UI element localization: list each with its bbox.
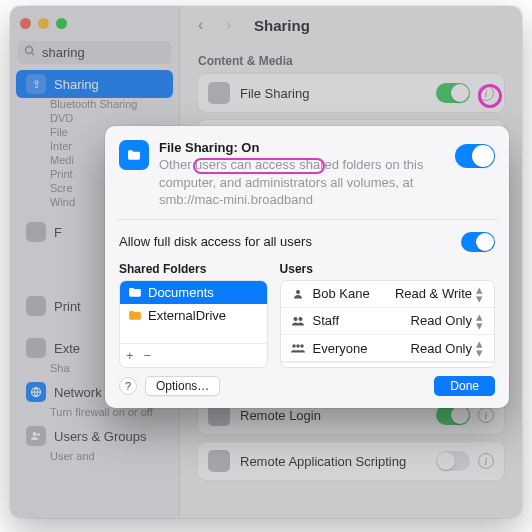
folder-icon (128, 286, 142, 298)
sidebar-sub[interactable]: DVD (20, 112, 169, 124)
user-name: Bob Kane (313, 286, 389, 301)
folders-header: Shared Folders (119, 262, 268, 276)
file-sharing-sheet: File Sharing: On Other users can access … (105, 126, 509, 408)
square-icon (26, 222, 46, 242)
svg-point-6 (293, 317, 297, 321)
sidebar-sub[interactable]: Bluetooth Sharing (20, 98, 169, 110)
person-icon (289, 288, 307, 300)
row-file-sharing[interactable]: File Sharing i (198, 74, 504, 112)
info-icon[interactable]: i (478, 407, 494, 423)
row-remote-scripting[interactable]: Remote Application Scripting i (198, 442, 504, 480)
toggle[interactable] (436, 451, 470, 471)
chevron-updown-icon[interactable]: ▴▾ (476, 312, 486, 330)
info-icon[interactable]: i (478, 85, 494, 101)
sheet-title: File Sharing: On (159, 140, 445, 155)
row-label: File Sharing (240, 86, 436, 101)
svg-point-3 (33, 432, 37, 436)
user-row[interactable]: Everyone Read Only▴▾ (281, 335, 494, 362)
toggle[interactable] (436, 405, 470, 425)
folder-name: ExternalDrive (148, 308, 226, 323)
svg-point-10 (300, 344, 304, 348)
add-folder-button[interactable]: + (126, 348, 134, 363)
svg-point-5 (296, 290, 300, 294)
users-panel: Users Bob Kane Read & Write▴▾ Staff Read… (280, 262, 495, 368)
user-name: Staff (313, 313, 405, 328)
folder-row-documents[interactable]: Documents (120, 281, 267, 304)
header: ‹ › Sharing (198, 16, 504, 48)
user-perm[interactable]: Read & Write▴▾ (395, 285, 486, 303)
folder-name: Documents (148, 285, 214, 300)
minimize-icon[interactable] (38, 18, 49, 29)
close-icon[interactable] (20, 18, 31, 29)
user-name: Everyone (313, 341, 405, 356)
users-pm: + − (281, 362, 494, 368)
sheet-title-block: File Sharing: On Other users can access … (159, 140, 445, 209)
file-sharing-icon (119, 140, 149, 170)
users-header: Users (280, 262, 495, 276)
square-icon (208, 450, 230, 472)
sheet-header: File Sharing: On Other users can access … (119, 140, 495, 209)
lists: Shared Folders Documents ExternalDrive +… (119, 262, 495, 368)
user-row[interactable]: Staff Read Only▴▾ (281, 308, 494, 335)
folders-pm: + − (120, 343, 267, 367)
toggle[interactable] (436, 83, 470, 103)
search-field[interactable]: ✕ (18, 41, 171, 64)
svg-point-0 (26, 47, 33, 54)
search-icon (24, 45, 36, 60)
row-label: Remote Application Scripting (240, 454, 436, 469)
allow-label: Allow full disk access for all users (119, 234, 461, 249)
sidebar-item-label: Sharing (54, 77, 99, 92)
folders-list[interactable]: Documents ExternalDrive + − (119, 280, 268, 368)
user-perm[interactable]: Read Only▴▾ (411, 312, 486, 330)
settings-window: ✕ ⇪ Sharing Bluetooth Sharing DVD File I… (10, 6, 522, 518)
drive-icon (128, 309, 142, 321)
chevron-updown-icon[interactable]: ▴▾ (476, 285, 486, 303)
users-list[interactable]: Bob Kane Read & Write▴▾ Staff Read Only▴… (280, 280, 495, 368)
svg-point-9 (296, 344, 300, 348)
remove-user-button[interactable]: − (304, 367, 312, 368)
users-icon (26, 426, 46, 446)
window-controls[interactable] (10, 12, 179, 39)
sidebar-sub: User and (20, 450, 169, 462)
sidebar-item-label: Print (54, 299, 81, 314)
chevron-updown-icon[interactable]: ▴▾ (476, 339, 486, 357)
remove-folder-button[interactable]: − (144, 348, 152, 363)
sidebar-item-label: Exte (54, 341, 80, 356)
svg-point-7 (298, 317, 302, 321)
info-icon[interactable]: i (478, 453, 494, 469)
sidebar-item-sharing[interactable]: ⇪ Sharing (16, 70, 173, 98)
sidebar-item-label: Users & Groups (54, 429, 146, 444)
help-button[interactable]: ? (119, 377, 137, 395)
sidebar-item-label: Network (54, 385, 102, 400)
folder-row-externaldrive[interactable]: ExternalDrive (120, 304, 267, 327)
divider (117, 219, 497, 220)
group-icon (289, 315, 307, 327)
sheet-subtitle: Other users can access shared folders on… (159, 156, 445, 209)
back-button[interactable]: ‹ (198, 16, 214, 34)
section-label: Content & Media (198, 54, 504, 68)
add-user-button[interactable]: + (287, 367, 295, 368)
options-button[interactable]: Options… (145, 376, 220, 396)
svg-line-1 (32, 53, 35, 56)
square-icon (26, 338, 46, 358)
sidebar-item-users[interactable]: Users & Groups (16, 422, 173, 450)
sheet-footer: ? Options… Done (119, 376, 495, 396)
done-button[interactable]: Done (434, 376, 495, 396)
sharing-icon: ⇪ (26, 74, 46, 94)
sidebar-item-label: F (54, 225, 62, 240)
group-icon (289, 342, 307, 354)
row-label: Remote Login (240, 408, 436, 423)
shared-folders-panel: Shared Folders Documents ExternalDrive +… (119, 262, 268, 368)
folder-icon (208, 82, 230, 104)
allow-toggle[interactable] (461, 232, 495, 252)
svg-point-8 (292, 344, 296, 348)
page-title: Sharing (254, 17, 310, 34)
user-row[interactable]: Bob Kane Read & Write▴▾ (281, 281, 494, 308)
svg-point-4 (37, 433, 40, 436)
allow-full-disk-row: Allow full disk access for all users (119, 230, 495, 254)
user-perm[interactable]: Read Only▴▾ (411, 339, 486, 357)
forward-button[interactable]: › (226, 16, 242, 34)
file-sharing-toggle[interactable] (455, 144, 495, 168)
zoom-icon[interactable] (56, 18, 67, 29)
network-icon (26, 382, 46, 402)
